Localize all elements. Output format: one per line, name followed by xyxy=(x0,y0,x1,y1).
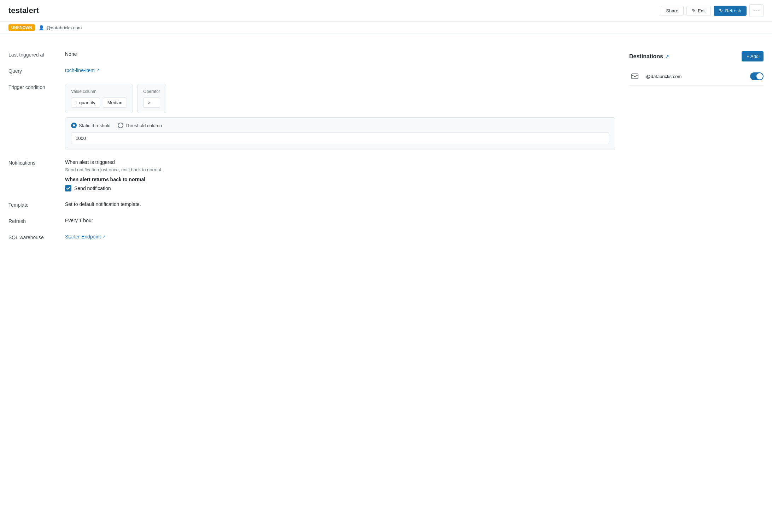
share-button[interactable]: Share xyxy=(661,6,684,16)
trigger-value: Value column l_quantity Median Operator … xyxy=(65,84,615,149)
page-header: testalert Share ✎ Edit ↻ Refresh ⋯ xyxy=(0,0,772,22)
value-column-box: Value column l_quantity Median xyxy=(65,84,133,113)
notifications-label: Notifications xyxy=(8,159,65,166)
sql-warehouse-row: SQL warehouse Starter Endpoint ↗ xyxy=(8,234,615,240)
static-threshold-label: Static threshold xyxy=(79,123,111,128)
notifications-row: Notifications When alert is triggered Se… xyxy=(8,159,615,191)
threshold-input[interactable] xyxy=(71,132,609,144)
sub-header: UNKNOWN 👤 @databricks.com xyxy=(0,22,772,34)
refresh-value: Every 1 hour xyxy=(65,218,615,223)
refresh-interval-label: Refresh xyxy=(8,218,65,224)
more-dots-icon: ⋯ xyxy=(753,7,760,14)
warehouse-external-link-icon: ↗ xyxy=(102,234,106,239)
add-destination-button[interactable]: + Add xyxy=(742,51,764,61)
sql-warehouse-link-text: Starter Endpoint xyxy=(65,234,101,240)
destination-email: ·@databricks.com xyxy=(645,74,682,79)
header-divider xyxy=(0,34,772,34)
last-triggered-value: None xyxy=(65,51,615,57)
header-actions: Share ✎ Edit ↻ Refresh ⋯ xyxy=(661,4,764,17)
email-icon xyxy=(629,71,641,82)
operator-value[interactable]: > xyxy=(143,97,160,108)
user-email: @databricks.com xyxy=(46,25,82,30)
sql-warehouse-link[interactable]: Starter Endpoint ↗ xyxy=(65,234,106,240)
threshold-options: Static threshold Threshold column xyxy=(71,123,609,128)
edit-button[interactable]: ✎ Edit xyxy=(686,6,711,16)
last-triggered-row: Last triggered at None xyxy=(8,51,615,58)
template-label: Template xyxy=(8,201,65,208)
right-panel: Destinations ↗ + Add ·@databricks.com xyxy=(629,51,764,250)
destination-toggle[interactable] xyxy=(750,72,764,80)
notification-once-text: Send notification just once, until back … xyxy=(65,167,615,172)
template-row: Template Set to default notification tem… xyxy=(8,201,615,208)
value-column-field2[interactable]: Median xyxy=(103,97,127,108)
refresh-button[interactable]: ↻ Refresh xyxy=(714,6,747,16)
last-triggered-label: Last triggered at xyxy=(8,51,65,58)
query-link-text: tpch-line-item xyxy=(65,67,95,73)
checkmark-icon xyxy=(66,186,70,190)
destination-info: ·@databricks.com xyxy=(629,71,682,82)
destinations-header: Destinations ↗ + Add xyxy=(629,51,764,61)
sql-warehouse-label: SQL warehouse xyxy=(8,234,65,240)
svg-rect-0 xyxy=(632,74,638,79)
left-panel: Last triggered at None Query tpch-line-i… xyxy=(8,51,615,250)
trigger-condition-row: Trigger condition Value column l_quantit… xyxy=(8,84,615,149)
send-notification-row: Send notification xyxy=(65,185,615,191)
user-info: 👤 @databricks.com xyxy=(39,25,82,30)
threshold-column-option[interactable]: Threshold column xyxy=(118,123,162,128)
edit-icon: ✎ xyxy=(692,8,696,13)
refresh-icon: ↻ xyxy=(719,8,723,13)
query-link[interactable]: tpch-line-item ↗ xyxy=(65,67,100,73)
status-badge: UNKNOWN xyxy=(8,24,35,31)
threshold-column-label: Threshold column xyxy=(125,123,162,128)
more-options-button[interactable]: ⋯ xyxy=(749,4,764,17)
destination-item: ·@databricks.com xyxy=(629,67,764,86)
static-threshold-radio[interactable] xyxy=(71,123,77,128)
destinations-title: Destinations ↗ xyxy=(629,53,669,60)
when-triggered-label: When alert is triggered xyxy=(65,159,615,165)
operator-box: Operator > xyxy=(137,84,166,113)
trigger-label: Trigger condition xyxy=(8,84,65,90)
trigger-boxes: Value column l_quantity Median Operator … xyxy=(65,84,615,113)
main-content: Last triggered at None Query tpch-line-i… xyxy=(0,43,772,259)
template-value: Set to default notification template. xyxy=(65,201,615,207)
send-notification-checkbox[interactable] xyxy=(65,185,71,191)
edit-label: Edit xyxy=(698,8,706,13)
page-title: testalert xyxy=(8,6,39,15)
query-value: tpch-line-item ↗ xyxy=(65,67,615,73)
threshold-column-radio[interactable] xyxy=(118,123,123,128)
destinations-label: Destinations xyxy=(629,53,663,60)
threshold-box: Static threshold Threshold column xyxy=(65,117,615,149)
when-normal-label: When alert returns back to normal xyxy=(65,177,615,182)
query-row: Query tpch-line-item ↗ xyxy=(8,67,615,74)
operator-label: Operator xyxy=(143,89,160,94)
send-notification-label: Send notification xyxy=(74,185,111,191)
external-link-icon: ↗ xyxy=(96,68,100,73)
notifications-value: When alert is triggered Send notificatio… xyxy=(65,159,615,191)
query-label: Query xyxy=(8,67,65,74)
user-icon: 👤 xyxy=(39,25,44,30)
refresh-row: Refresh Every 1 hour xyxy=(8,218,615,224)
trigger-fields: l_quantity Median xyxy=(71,97,127,108)
refresh-label: Refresh xyxy=(725,8,741,13)
sql-warehouse-value: Starter Endpoint ↗ xyxy=(65,234,615,240)
value-column-field1[interactable]: l_quantity xyxy=(71,97,100,108)
destinations-external-icon: ↗ xyxy=(665,54,669,59)
value-column-label: Value column xyxy=(71,89,127,94)
static-threshold-option[interactable]: Static threshold xyxy=(71,123,111,128)
header-left: testalert xyxy=(8,6,39,15)
